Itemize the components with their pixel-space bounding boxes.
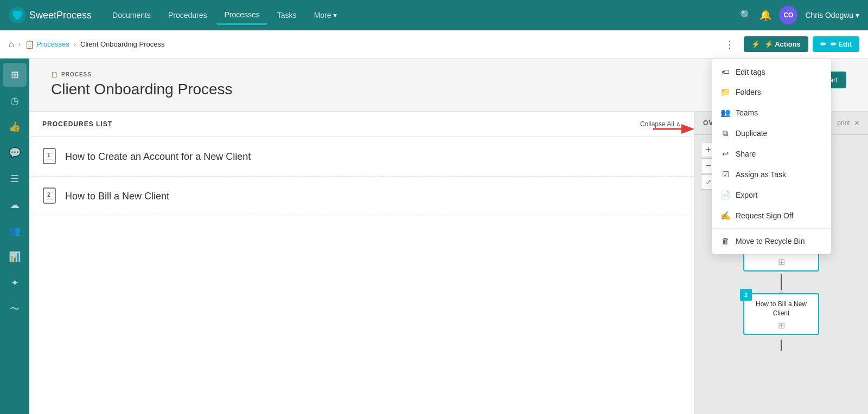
brand-logo[interactable]: SweetProcess [9, 7, 92, 24]
nav-links: Documents Procedures Processes Tasks Mor… [105, 6, 736, 25]
flowchart-node-2-text: How to Bill a New Client [750, 300, 813, 318]
search-icon[interactable]: 🔍 [740, 9, 752, 21]
sidebar-item-users[interactable]: 👥 [3, 219, 27, 243]
overview-print-button[interactable]: print [837, 119, 850, 127]
overview-header-actions: print × [837, 118, 859, 128]
procedure-item-2[interactable]: 2 How to Bill a New Client [29, 177, 694, 216]
red-arrow-indicator [648, 118, 702, 140]
sign-off-icon: ✍ [720, 211, 730, 221]
overview-close-button[interactable]: × [854, 118, 859, 128]
flowchart-node-2-num: 2 [740, 289, 752, 301]
topnav-right: 🔍 🔔 CO Chris Odogwu ▾ [740, 6, 859, 24]
dropdown-duplicate[interactable]: ⧉ Duplicate [712, 123, 831, 144]
share-icon: ↩ [720, 149, 730, 159]
dropdown-edit-tags[interactable]: 🏷 Edit tags [712, 62, 831, 82]
process-title: Client Onboarding Process [51, 81, 233, 98]
teams-icon: 👥 [720, 108, 730, 118]
procedures-panel: PROCEDURES LIST Collapse All ∧ 1 How to … [29, 112, 694, 414]
dropdown-recycle-bin[interactable]: 🗑 Move to Recycle Bin [712, 231, 831, 251]
process-label: 📋PROCESS [51, 72, 233, 77]
edit-button[interactable]: ✏ ✏ Edit [813, 36, 859, 52]
sidebar-item-comments[interactable]: 💬 [3, 141, 27, 165]
lightning-icon: ⚡ [751, 40, 760, 48]
logo-text: SweetProcess [29, 10, 92, 21]
sidebar-item-processes[interactable]: ⊞ [3, 63, 27, 87]
procedures-header: PROCEDURES LIST Collapse All ∧ [29, 112, 694, 137]
edit-icon: ✏ [820, 40, 826, 48]
dropdown-divider [712, 228, 831, 229]
user-name[interactable]: Chris Odogwu ▾ [805, 11, 859, 20]
sidebar-item-reports[interactable]: 📊 [3, 245, 27, 269]
nav-documents[interactable]: Documents [105, 7, 158, 24]
dropdown-assign-task[interactable]: ☑ Assign as Task [712, 164, 831, 185]
dropdown-request-sign-off[interactable]: ✍ Request Sign Off [712, 205, 831, 226]
nav-procedures[interactable]: Procedures [161, 7, 215, 24]
procedure-2-name: How to Bill a New Client [65, 191, 169, 202]
sidebar-item-tasks[interactable]: ☰ [3, 167, 27, 191]
nav-processes[interactable]: Processes [216, 6, 267, 25]
dropdown-export[interactable]: 📄 Export [712, 185, 831, 205]
flowchart-node-2-plus[interactable]: ⊞ [750, 320, 813, 331]
recycle-bin-icon: 🗑 [720, 236, 730, 245]
dropdown-share[interactable]: ↩ Share [712, 144, 831, 164]
procedure-1-name: How to Create an Account for a New Clien… [65, 151, 251, 163]
sidebar-item-approvals[interactable]: 👍 [3, 115, 27, 139]
dropdown-folders[interactable]: 📁 Folders [712, 82, 831, 102]
breadcrumb: ⌂ › 📋 Processes › Client Onboarding Proc… [9, 40, 164, 49]
actions-button[interactable]: ⚡ ⚡ Actions [744, 36, 808, 52]
notification-icon[interactable]: 🔔 [760, 9, 771, 21]
duplicate-icon: ⧉ [720, 128, 730, 138]
breadcrumb-sep1: › [18, 40, 21, 48]
procedure-item-1[interactable]: 1 How to Create an Account for a New Cli… [29, 137, 694, 177]
flowchart-arrow-3 [727, 335, 835, 357]
folder-icon: 📁 [720, 87, 730, 97]
sidebar-item-history[interactable]: ◷ [3, 89, 27, 113]
more-options-button[interactable]: ⋮ [720, 36, 739, 53]
dropdown-teams[interactable]: 👥 Teams [712, 102, 831, 123]
flowchart-node-1-plus[interactable]: ⊞ [750, 257, 813, 267]
user-avatar[interactable]: CO [779, 6, 797, 24]
sidebar-item-signatures[interactable]: 〜 [3, 297, 27, 321]
breadcrumb-sep2: › [74, 40, 76, 48]
assign-task-icon: ☑ [720, 170, 730, 179]
breadcrumb-processes-link[interactable]: 📋 Processes [25, 40, 69, 49]
sidebar-item-upload[interactable]: ☁ [3, 193, 27, 217]
procedure-2-icon: 2 [42, 187, 58, 205]
breadcrumb-current: Client Onboarding Process [80, 40, 164, 48]
procedure-1-icon: 1 [42, 148, 58, 165]
breadcrumb-actions: ⋮ ⚡ ⚡ Actions ✏ ✏ Edit [720, 36, 859, 53]
sidebar-item-integrations[interactable]: ✦ [3, 271, 27, 295]
sidebar: ⊞ ◷ 👍 💬 ☰ ☁ 👥 📊 ✦ 〜 [0, 59, 29, 414]
processes-icon: 📋 [25, 40, 34, 49]
flowchart-node-2[interactable]: 2 How to Bill a New Client ⊞ [743, 293, 819, 335]
nav-tasks[interactable]: Tasks [270, 7, 304, 24]
breadcrumb-home[interactable]: ⌂ [9, 40, 14, 49]
top-navigation: SweetProcess Documents Procedures Proces… [0, 0, 868, 30]
tag-icon: 🏷 [720, 67, 730, 76]
dropdown-menu: 🏷 Edit tags 📁 Folders 👥 Teams ⧉ Duplicat… [712, 59, 831, 254]
breadcrumb-bar: ⌂ › 📋 Processes › Client Onboarding Proc… [0, 30, 868, 59]
procedures-list-title: PROCEDURES LIST [42, 120, 112, 128]
nav-more[interactable]: More ▾ [307, 7, 345, 24]
export-icon: 📄 [720, 190, 730, 200]
